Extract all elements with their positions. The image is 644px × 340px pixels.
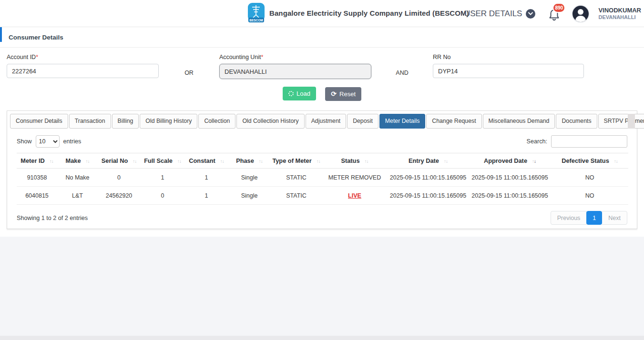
user-details-label: USER DETAILS [464,9,522,19]
table-row: 6040815 L&T 24562920 0 1 Single STATIC L… [17,187,628,205]
top-right-cluster: USER DETAILS 890 VINODKUMAR DEVAN [464,0,642,27]
page-1-button[interactable]: 1 [586,211,602,225]
accounting-unit-select[interactable] [219,64,371,79]
chevron-down-icon [526,9,535,19]
tab-deposit[interactable]: Deposit [347,114,378,129]
bescom-logo-icon: BESCOM [247,2,265,24]
spinner-icon [288,91,294,96]
tab-meter-details[interactable]: Meter Details [379,114,425,129]
sort-icon: ↑↓ [614,159,618,164]
account-id-label: Account ID* [7,54,159,60]
previous-button[interactable]: Previous [551,211,587,225]
page: BESCOM Bangalore Electricity Supply Comp… [0,0,644,340]
col-status[interactable]: Status↑↓ [322,153,388,169]
search-form: Account ID* OR Accounting Unit* AND RR N… [0,48,644,110]
bottom-scrollbar[interactable] [0,336,644,340]
refresh-icon: ⟳ [331,90,337,97]
status-cell: LIVE [322,187,388,205]
tab-old-collection-history[interactable]: Old Collection History [236,114,304,129]
app-title: Bangalore Electricity Supply Company Lim… [269,9,469,17]
col-serial-no[interactable]: Serial No↑↓ [98,153,140,169]
tab-documents[interactable]: Documents [556,114,597,129]
required-asterisk: * [36,54,38,60]
reset-button[interactable]: ⟳ Reset [325,87,361,101]
details-card: Consumer Details Transaction Billing Old… [7,110,637,229]
col-type-of-meter[interactable]: Type of Meter↑↓ [271,153,322,169]
rr-no-label: RR No [433,54,584,60]
tab-scrollbar[interactable] [628,114,635,129]
show-label: Show [17,138,32,145]
col-approved-date[interactable]: Approved Date↑↓ [469,153,551,169]
user-location: DEVANAHALLI [598,14,641,21]
status-cell: METER REMOVED [322,169,388,187]
or-label: OR [159,70,219,76]
and-label: AND [371,70,433,76]
entries-label: entries [63,138,82,145]
page-size-select[interactable]: 10 [36,135,60,148]
spacer [0,229,644,237]
col-make[interactable]: Make↑↓ [57,153,98,169]
tab-change-request[interactable]: Change Request [426,114,481,129]
sort-icon: ↑↓ [444,159,448,164]
table-header-row: Meter ID↑↓ Make↑↓ Serial No↑↓ Full Scale… [17,153,628,169]
rr-no-field[interactable] [433,64,584,78]
col-constant[interactable]: Constant↑↓ [185,153,228,169]
avatar[interactable] [572,5,590,23]
meter-table: Meter ID↑↓ Make↑↓ Serial No↑↓ Full Scale… [17,153,628,205]
user-name: VINODKUMAR [598,7,641,14]
col-meter-id[interactable]: Meter ID↑↓ [17,153,57,169]
tab-miscellaneous-demand[interactable]: Miscellaneous Demand [483,114,555,129]
tab-old-billing-history[interactable]: Old Billing History [140,114,197,129]
account-id-field[interactable] [7,64,159,78]
accent-bar [0,27,2,42]
col-entry-date[interactable]: Entry Date↑↓ [388,153,469,169]
col-full-scale[interactable]: Full Scale↑↓ [140,153,185,169]
notification-badge: 890 [552,3,565,13]
required-asterisk: * [261,54,264,60]
top-bar: BESCOM Bangalore Electricity Supply Comp… [0,0,644,27]
next-button[interactable]: Next [602,211,627,225]
sort-icon: ↑↓ [86,159,90,164]
col-phase[interactable]: Phase↑↓ [228,153,271,169]
status-live-link[interactable]: LIVE [348,192,361,199]
showing-entries: Showing 1 to 2 of 2 entries [17,215,88,221]
section-head: Consumer Details [0,27,644,48]
sort-icon: ↑↓ [532,159,536,164]
svg-text:BESCOM: BESCOM [249,19,263,22]
tab-collection[interactable]: Collection [198,114,235,129]
accounting-unit-label: Accounting Unit* [219,54,371,60]
tab-strip: Consumer Details Transaction Billing Old… [10,114,634,129]
user-details-dropdown[interactable]: USER DETAILS [464,9,536,19]
table-row: 910358 No Make 0 1 1 Single STATIC METER… [17,169,628,187]
sort-icon: ↑↓ [50,159,53,164]
tab-adjustment[interactable]: Adjustment [306,114,347,129]
tab-consumer-details[interactable]: Consumer Details [10,114,68,129]
search-label: Search: [527,138,547,145]
page-background [0,237,644,336]
search-input[interactable] [551,135,627,148]
tab-transaction[interactable]: Transaction [69,114,111,129]
sort-icon: ↑↓ [220,159,224,164]
sort-icon: ↑↓ [177,159,181,164]
sort-icon: ↑↓ [259,159,263,164]
col-defective-status[interactable]: Defective Status↑↓ [551,153,628,169]
notifications-button[interactable]: 890 [547,4,563,23]
load-button[interactable]: Load [283,87,316,100]
user-identity: VINODKUMAR DEVANAHALLI [598,7,642,21]
pagination: Previous 1 Next [551,211,627,225]
tab-billing[interactable]: Billing [112,114,139,129]
table-controls: Show 10 entries Search: [17,135,627,148]
page-title: Consumer Details [9,34,63,41]
tab-srtpv-payment-details[interactable]: SRTPV Payment Details [598,114,644,129]
user-avatar-icon [572,6,589,22]
table-footer: Showing 1 to 2 of 2 entries Previous 1 N… [17,211,627,225]
sort-icon: ↑↓ [365,159,368,164]
sort-icon: ↑↓ [133,159,136,164]
sort-icon: ↑↓ [317,159,320,164]
brand: BESCOM Bangalore Electricity Supply Comp… [247,2,469,24]
